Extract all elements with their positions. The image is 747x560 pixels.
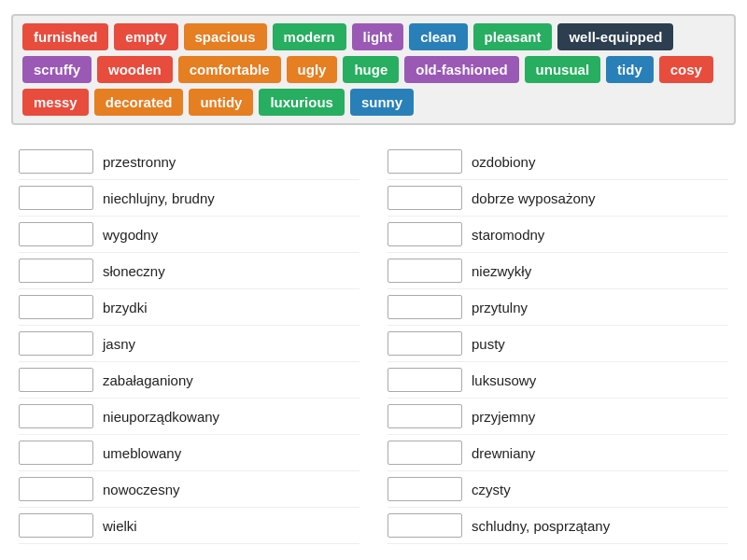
- word-tag-furnished[interactable]: furnished: [22, 23, 108, 50]
- match-label: nowoczesny: [103, 482, 180, 497]
- match-row: umeblowany: [19, 435, 359, 471]
- answer-input-right-0[interactable]: [388, 149, 462, 174]
- match-label: schludny, posprzątany: [472, 518, 610, 534]
- match-row: wielki: [19, 508, 359, 544]
- match-label: dobrze wyposażony: [472, 190, 596, 206]
- match-row: drewniany: [388, 435, 728, 471]
- match-row: przestronny: [19, 144, 359, 180]
- match-row: niezwykły: [388, 253, 728, 289]
- match-row: przytulny: [388, 289, 728, 326]
- word-tag-spacious[interactable]: spacious: [184, 23, 267, 50]
- match-row: nowoczesny: [19, 471, 359, 508]
- word-tag-decorated[interactable]: decorated: [94, 89, 184, 116]
- match-label: umeblowany: [103, 445, 181, 461]
- answer-input-right-7[interactable]: [388, 404, 462, 428]
- answer-input-left-0[interactable]: [19, 149, 93, 174]
- matching-area: przestronnyniechlujny, brudnywygodnysłon…: [0, 144, 747, 544]
- match-label: drewniany: [472, 445, 535, 461]
- match-label: przytulny: [472, 300, 528, 315]
- match-label: ozdobiony: [472, 154, 535, 170]
- match-label: słoneczny: [103, 263, 165, 279]
- word-tag-old-fashioned[interactable]: old-fashioned: [404, 56, 518, 83]
- answer-input-left-8[interactable]: [19, 441, 93, 465]
- match-row: nieuporządkowany: [19, 399, 359, 435]
- answer-input-right-4[interactable]: [388, 295, 462, 319]
- word-bank: furnishedemptyspaciousmodernlightcleanpl…: [11, 14, 736, 125]
- answer-input-right-1[interactable]: [388, 186, 462, 210]
- match-row: wygodny: [19, 217, 359, 253]
- word-tag-tidy[interactable]: tidy: [606, 56, 654, 83]
- answer-input-right-10[interactable]: [388, 513, 462, 538]
- match-row: luksusowy: [388, 362, 728, 399]
- word-tag-well-equipped[interactable]: well-equipped: [557, 23, 673, 50]
- match-label: brzydki: [103, 300, 148, 315]
- answer-input-right-2[interactable]: [388, 222, 462, 246]
- match-label: pusty: [472, 336, 505, 352]
- match-label: jasny: [103, 336, 135, 352]
- match-label: nieuporządkowany: [103, 409, 219, 425]
- word-tag-cosy[interactable]: cosy: [659, 56, 713, 83]
- word-tag-untidy[interactable]: untidy: [189, 89, 253, 116]
- word-tag-clean[interactable]: clean: [409, 23, 467, 50]
- word-tag-light[interactable]: light: [352, 23, 404, 50]
- match-label: niechlujny, brudny: [103, 190, 215, 206]
- match-row: pusty: [388, 326, 728, 362]
- match-row: czysty: [388, 471, 728, 508]
- word-tag-luxurious[interactable]: luxurious: [259, 89, 345, 116]
- match-row: przyjemny: [388, 399, 728, 435]
- match-row: słoneczny: [19, 253, 359, 289]
- match-label: przyjemny: [472, 409, 535, 425]
- answer-input-left-3[interactable]: [19, 259, 93, 283]
- answer-input-left-9[interactable]: [19, 477, 93, 501]
- answer-input-left-7[interactable]: [19, 404, 93, 428]
- answer-input-left-1[interactable]: [19, 186, 93, 210]
- word-tag-sunny[interactable]: sunny: [350, 89, 414, 116]
- match-row: niechlujny, brudny: [19, 180, 359, 217]
- match-row: zabałaganiony: [19, 362, 359, 399]
- match-row: brzydki: [19, 289, 359, 326]
- match-label: wielki: [103, 518, 137, 534]
- match-row: ozdobiony: [388, 144, 728, 180]
- answer-input-left-6[interactable]: [19, 368, 93, 392]
- match-label: zabałaganiony: [103, 372, 193, 388]
- answer-input-left-5[interactable]: [19, 331, 93, 356]
- match-row: staromodny: [388, 217, 728, 253]
- word-tag-ugly[interactable]: ugly: [287, 56, 338, 83]
- match-label: przestronny: [103, 154, 176, 170]
- answer-input-left-4[interactable]: [19, 295, 93, 319]
- left-column: przestronnyniechlujny, brudnywygodnysłon…: [19, 144, 359, 544]
- match-label: staromodny: [472, 227, 544, 243]
- match-row: jasny: [19, 326, 359, 362]
- word-tag-modern[interactable]: modern: [273, 23, 346, 50]
- word-tag-scruffy[interactable]: scruffy: [22, 56, 92, 83]
- word-tag-empty[interactable]: empty: [114, 23, 177, 50]
- answer-input-right-8[interactable]: [388, 441, 462, 465]
- answer-input-left-2[interactable]: [19, 222, 93, 246]
- answer-input-right-3[interactable]: [388, 259, 462, 283]
- match-label: niezwykły: [472, 263, 531, 279]
- match-label: wygodny: [103, 227, 158, 243]
- word-tag-unusual[interactable]: unusual: [525, 56, 601, 83]
- answer-input-right-6[interactable]: [388, 368, 462, 392]
- word-tag-messy[interactable]: messy: [22, 89, 89, 116]
- answer-input-left-10[interactable]: [19, 513, 93, 538]
- word-tag-wooden[interactable]: wooden: [97, 56, 173, 83]
- right-column: ozdobionydobrze wyposażonystaromodnyniez…: [388, 144, 728, 544]
- answer-input-right-9[interactable]: [388, 477, 462, 501]
- match-label: luksusowy: [472, 372, 536, 388]
- match-row: dobrze wyposażony: [388, 180, 728, 217]
- answer-input-right-5[interactable]: [388, 331, 462, 356]
- word-tag-pleasant[interactable]: pleasant: [473, 23, 553, 50]
- match-row: schludny, posprzątany: [388, 508, 728, 544]
- match-label: czysty: [472, 482, 511, 497]
- word-tag-comfortable[interactable]: comfortable: [178, 56, 281, 83]
- word-tag-huge[interactable]: huge: [343, 56, 399, 83]
